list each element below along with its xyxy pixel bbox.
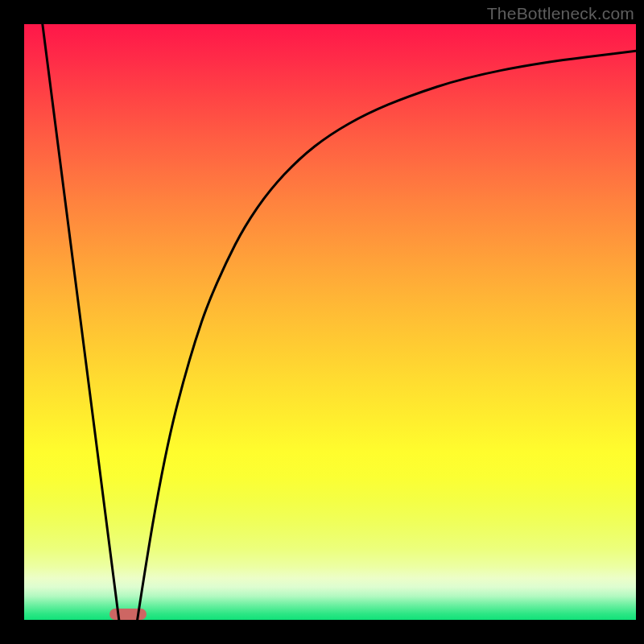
left-line <box>43 24 119 620</box>
chart-frame: TheBottleneck.com <box>0 0 644 644</box>
plot-area <box>24 24 636 620</box>
right-curve <box>138 51 636 620</box>
attribution-text: TheBottleneck.com <box>487 4 634 23</box>
curve-overlay <box>24 24 636 620</box>
